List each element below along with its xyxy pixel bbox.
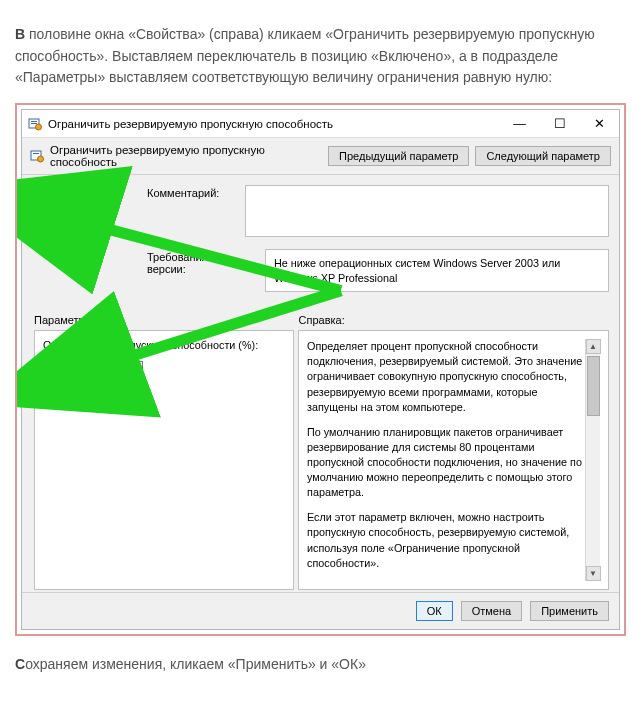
help-scrollbar[interactable]: ▲ ▼ [585, 339, 600, 581]
bandwidth-limit-label: Ограничение пропускной способности (%): [43, 339, 285, 351]
state-radio-group: Не задано Включено Отключено [34, 185, 139, 245]
outro-bold: С [15, 656, 25, 672]
radio-icon [34, 185, 46, 197]
toolbar-title: Ограничить резервируемую пропускную спос… [50, 144, 322, 168]
next-param-button[interactable]: Следующий параметр [475, 146, 611, 166]
spin-down-icon[interactable]: ▼ [127, 372, 142, 381]
screenshot-frame: Ограничить резервируемую пропускную спос… [15, 103, 626, 636]
dialog-window: Ограничить резервируемую пропускную спос… [21, 109, 620, 630]
requirements-box: Не ниже операционных систем Windows Serv… [265, 249, 609, 292]
parameters-pane: Ограничение пропускной способности (%): … [34, 330, 294, 590]
prev-param-button[interactable]: Предыдущий параметр [328, 146, 469, 166]
maximize-button[interactable]: ☐ [539, 110, 579, 138]
policy-icon [28, 117, 42, 131]
titlebar[interactable]: Ограничить резервируемую пропускную спос… [22, 110, 619, 138]
help-paragraph: По умолчанию планировщик пакетов огранич… [307, 425, 583, 501]
dialog-body: Не задано Включено Отключено Комментарий… [22, 175, 619, 592]
svg-point-3 [36, 124, 42, 130]
radio-not-set[interactable]: Не задано [34, 185, 139, 197]
spin-up-icon[interactable]: ▲ [127, 362, 142, 372]
cancel-button[interactable]: Отмена [461, 601, 522, 621]
svg-rect-1 [31, 121, 37, 122]
requirements-label: Требования к версии: [147, 249, 257, 275]
policy-icon [30, 149, 44, 163]
article-intro: В половине окна «Свойства» (справа) клик… [15, 24, 626, 89]
scroll-up-icon[interactable]: ▲ [586, 339, 601, 354]
params-section-label: Параметры: [34, 314, 291, 326]
radio-icon [34, 205, 46, 217]
bandwidth-spinner[interactable]: ▲ ▼ [127, 361, 143, 381]
help-paragraph: Определяет процент пропускной способност… [307, 339, 583, 415]
bandwidth-limit-input[interactable] [43, 361, 127, 381]
dialog-footer: ОК Отмена Применить [22, 592, 619, 629]
svg-point-6 [38, 156, 44, 162]
intro-bold: В [15, 26, 25, 42]
help-section-label: Справка: [299, 314, 610, 326]
radio-icon [34, 225, 46, 237]
help-pane: Определяет процент пропускной способност… [298, 330, 609, 590]
svg-rect-2 [31, 123, 37, 124]
ok-button[interactable]: ОК [416, 601, 453, 621]
apply-button[interactable]: Применить [530, 601, 609, 621]
radio-disabled[interactable]: Отключено [34, 225, 139, 237]
scroll-thumb[interactable] [587, 356, 600, 416]
window-title: Ограничить резервируемую пропускную спос… [48, 118, 499, 130]
toolbar: Ограничить резервируемую пропускную спос… [22, 138, 619, 175]
article-outro: Сохраняем изменения, кликаем «Применить»… [15, 654, 626, 676]
comment-label: Комментарий: [147, 185, 237, 199]
comment-textarea[interactable] [245, 185, 609, 237]
help-paragraph: Если этот параметр включен, можно настро… [307, 510, 583, 570]
svg-rect-5 [33, 153, 39, 154]
scroll-down-icon[interactable]: ▼ [586, 566, 601, 581]
help-text: Определяет процент пропускной способност… [307, 339, 585, 581]
minimize-button[interactable]: — [499, 110, 539, 138]
radio-enabled[interactable]: Включено [34, 205, 139, 217]
close-button[interactable]: ✕ [579, 110, 619, 138]
